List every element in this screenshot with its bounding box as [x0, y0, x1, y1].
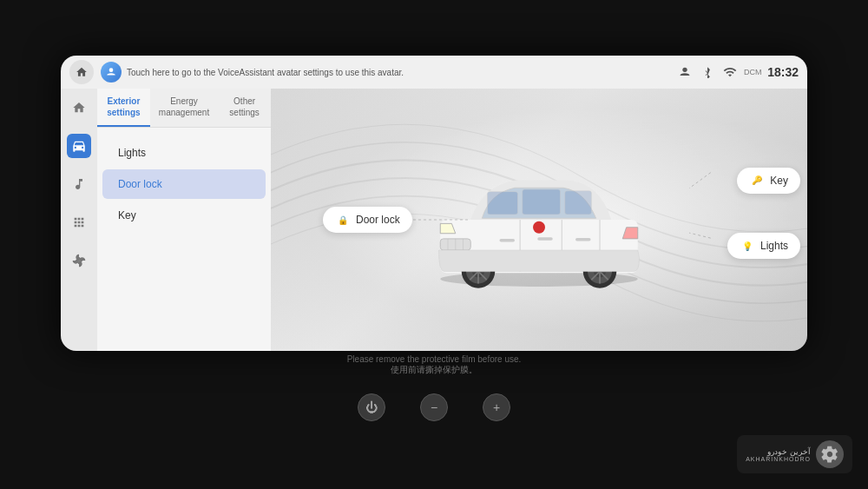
key-icon: 🔑 — [749, 173, 765, 188]
left-sidebar — [61, 89, 97, 351]
settings-panel: Exterior settings Energy management Othe… — [97, 89, 271, 351]
voice-assistant-text: Touch here to go to the VoiceAssistant a… — [127, 68, 404, 77]
menu-item-door-lock[interactable]: Door lock — [102, 169, 266, 199]
minus-button[interactable]: − — [420, 393, 448, 421]
svg-point-17 — [533, 221, 545, 234]
svg-point-0 — [109, 68, 114, 72]
film-notice-en: Please remove the protective film before… — [61, 354, 807, 364]
power-button[interactable]: ⏻ — [358, 393, 385, 421]
watermark: آخرین خودرو AKHARINKHODRO — [737, 435, 852, 473]
watermark-persian: آخرین خودرو — [767, 447, 811, 456]
sidebar-icon-car[interactable] — [67, 134, 91, 158]
physical-controls: ⏻ − + — [61, 381, 807, 433]
film-notice-zh: 使用前请撕掉保护膜。 — [61, 364, 807, 376]
lights-icon: 💡 — [740, 238, 755, 254]
home-button[interactable] — [69, 60, 94, 84]
svg-point-1 — [683, 68, 687, 72]
menu-item-key[interactable]: Key — [102, 201, 266, 230]
clock: 18:32 — [767, 65, 799, 79]
door-lock-label[interactable]: 🔒 Door lock — [323, 207, 412, 233]
door-lock-icon: 🔒 — [335, 212, 351, 228]
tab-other[interactable]: Other settings — [218, 89, 271, 127]
voice-avatar-icon — [101, 62, 122, 83]
main-screen: Touch here to go to the VoiceAssistant a… — [61, 56, 807, 351]
car-svg — [418, 146, 661, 294]
watermark-logo — [816, 440, 844, 468]
signal-icon: DCM — [745, 64, 760, 80]
status-icons: DCM 18:32 — [677, 64, 799, 80]
bluetooth-icon — [700, 64, 715, 80]
menu-item-lights[interactable]: Lights — [102, 138, 266, 168]
car-image — [418, 146, 661, 294]
lights-label[interactable]: 💡 Lights — [727, 233, 800, 259]
watermark-text: آخرین خودرو AKHARINKHODRO — [746, 447, 811, 462]
svg-rect-6 — [565, 191, 592, 215]
top-bar: Touch here to go to the VoiceAssistant a… — [61, 56, 807, 89]
plus-button[interactable]: + — [483, 393, 510, 421]
svg-rect-11 — [537, 237, 553, 241]
film-notice: Please remove the protective film before… — [61, 354, 807, 376]
svg-rect-12 — [575, 238, 591, 241]
sidebar-icon-fan[interactable] — [67, 248, 91, 273]
svg-rect-4 — [488, 192, 518, 215]
sidebar-icon-music[interactable] — [67, 172, 91, 196]
voice-assistant-area[interactable]: Touch here to go to the VoiceAssistant a… — [101, 62, 670, 83]
lights-text: Lights — [760, 240, 788, 252]
car-display: 🔒 Door lock 🔑 Key 💡 Lights — [271, 89, 807, 351]
tab-exterior[interactable]: Exterior settings — [97, 89, 150, 127]
svg-rect-10 — [500, 239, 516, 242]
watermark-latin: AKHARINKHODRO — [746, 456, 811, 462]
main-content: Exterior settings Energy management Othe… — [61, 89, 807, 351]
sidebar-icon-apps[interactable] — [67, 210, 91, 235]
wifi-icon — [722, 64, 738, 80]
key-label[interactable]: 🔑 Key — [737, 168, 800, 194]
door-lock-text: Door lock — [356, 214, 400, 226]
svg-rect-5 — [523, 189, 561, 215]
key-text: Key — [770, 175, 788, 187]
sidebar-icon-home[interactable] — [67, 96, 91, 120]
tabs-row: Exterior settings Energy management Othe… — [97, 89, 271, 128]
tab-energy[interactable]: Energy management — [150, 89, 218, 127]
menu-items: Lights Door lock Key — [97, 128, 271, 241]
user-icon — [677, 64, 693, 80]
